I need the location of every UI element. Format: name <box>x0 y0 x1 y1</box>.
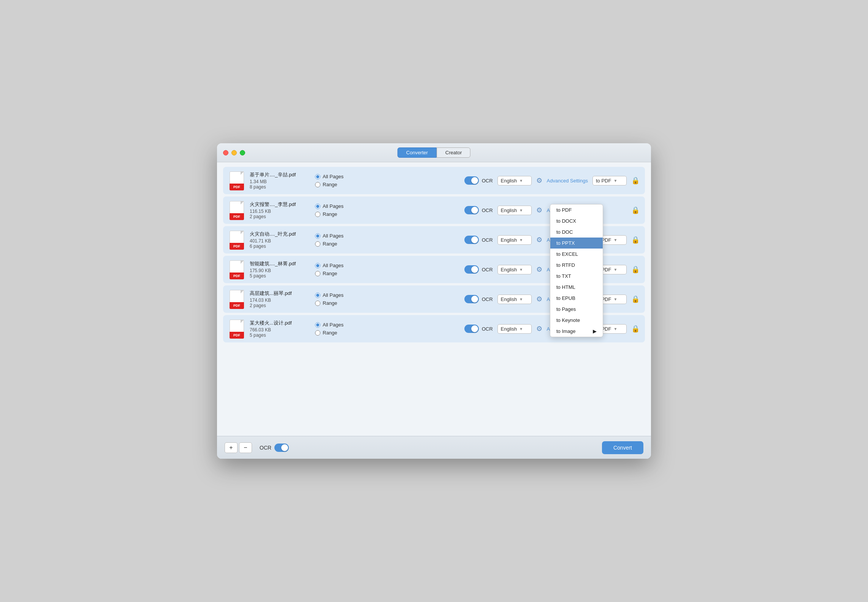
file-icon: PDF <box>228 260 245 279</box>
ocr-label: OCR <box>482 326 493 332</box>
dropdown-item-docx[interactable]: to DOCX <box>550 215 603 227</box>
file-info: 高层建筑...丽琴.pdf 174.03 KB 2 pages <box>250 290 310 308</box>
all-pages-option[interactable]: All Pages <box>315 263 357 268</box>
all-pages-option[interactable]: All Pages <box>315 233 357 239</box>
dropdown-item-html[interactable]: to HTML <box>550 282 603 293</box>
chevron-right-icon: ▶ <box>593 328 597 334</box>
all-pages-option[interactable]: All Pages <box>315 322 357 328</box>
dropdown-item-pdf[interactable]: to PDF <box>550 204 603 215</box>
bottom-ocr-section: OCR <box>260 444 289 452</box>
bottom-bar: + − OCR Convert <box>217 436 651 459</box>
remove-file-button[interactable]: − <box>239 442 252 453</box>
dropdown-item-excel[interactable]: to EXCEL <box>550 249 603 260</box>
lock-icon[interactable]: 🔒 <box>631 325 640 333</box>
lock-icon[interactable]: 🔒 <box>631 236 640 244</box>
dropdown-item-epub[interactable]: to EPUB <box>550 293 603 304</box>
dropdown-item-image[interactable]: to Image ▶ <box>550 326 603 337</box>
chevron-down-icon: ▼ <box>613 297 617 301</box>
chevron-down-icon: ▼ <box>613 268 617 272</box>
file-icon: PDF <box>228 319 245 339</box>
language-select[interactable]: English ▼ <box>497 295 532 304</box>
range-option[interactable]: Range <box>315 241 357 247</box>
close-button[interactable] <box>223 150 228 155</box>
file-icon: PDF <box>228 171 245 190</box>
lock-icon[interactable]: 🔒 <box>631 176 640 185</box>
dropdown-item-keynote[interactable]: to Keynote <box>550 315 603 326</box>
ocr-section: OCR <box>464 265 493 274</box>
gear-icon[interactable]: ⚙ <box>536 176 542 185</box>
dropdown-item-pages[interactable]: to Pages <box>550 304 603 315</box>
file-pages: 2 pages <box>250 214 310 219</box>
range-option[interactable]: Range <box>315 271 357 276</box>
all-pages-option[interactable]: All Pages <box>315 174 357 179</box>
dropdown-item-txt[interactable]: to TXT <box>550 271 603 282</box>
minimize-button[interactable] <box>231 150 237 155</box>
ocr-toggle[interactable] <box>464 295 479 303</box>
gear-icon[interactable]: ⚙ <box>536 265 542 274</box>
file-icon: PDF <box>228 200 245 220</box>
gear-icon[interactable]: ⚙ <box>536 295 542 303</box>
file-icon: PDF <box>228 230 245 250</box>
chevron-down-icon: ▼ <box>519 268 523 272</box>
file-name: 高层建筑...丽琴.pdf <box>250 290 310 297</box>
gear-icon[interactable]: ⚙ <box>536 236 542 244</box>
ocr-toggle[interactable] <box>464 236 479 244</box>
file-info: 某大楼火...设计.pdf 766.03 KB 5 pages <box>250 320 310 338</box>
pages-radio-group: All Pages Range <box>315 203 357 217</box>
chevron-down-icon: ▼ <box>519 179 523 183</box>
gear-icon[interactable]: ⚙ <box>536 325 542 333</box>
dropdown-item-rtfd[interactable]: to RTFD <box>550 260 603 271</box>
chevron-down-icon: ▼ <box>519 238 523 242</box>
language-select[interactable]: English ▼ <box>497 265 532 274</box>
language-select[interactable]: English ▼ <box>497 206 532 215</box>
dropdown-item-doc[interactable]: to DOC <box>550 227 603 238</box>
main-window: Converter Creator PDF 基于单片...._辛喆.pdf 1.… <box>217 143 651 459</box>
chevron-down-icon: ▼ <box>519 208 523 212</box>
add-remove-group: + − <box>225 442 252 453</box>
ocr-label: OCR <box>482 296 493 302</box>
lock-icon[interactable]: 🔒 <box>631 206 640 214</box>
ocr-toggle[interactable] <box>464 206 479 214</box>
all-pages-option[interactable]: All Pages <box>315 203 357 209</box>
tab-converter[interactable]: Converter <box>398 147 437 158</box>
ocr-toggle[interactable] <box>464 176 479 185</box>
add-file-button[interactable]: + <box>225 442 238 453</box>
file-size: 174.03 KB <box>250 298 310 303</box>
lock-icon[interactable]: 🔒 <box>631 265 640 274</box>
format-select[interactable]: to PDF ▼ <box>592 176 627 185</box>
chevron-down-icon: ▼ <box>519 297 523 301</box>
convert-button[interactable]: Convert <box>602 441 643 454</box>
ocr-toggle[interactable] <box>464 325 479 333</box>
file-size: 401.71 KB <box>250 238 310 244</box>
lock-icon[interactable]: 🔒 <box>631 295 640 303</box>
advanced-settings-label[interactable]: Advanced Settings <box>547 178 588 184</box>
all-pages-option[interactable]: All Pages <box>315 292 357 298</box>
language-select[interactable]: English ▼ <box>497 324 532 334</box>
pages-radio-group: All Pages Range <box>315 174 357 187</box>
maximize-button[interactable] <box>240 150 245 155</box>
language-select[interactable]: English ▼ <box>497 235 532 245</box>
table-row: PDF 基于单片...._辛喆.pdf 1.34 MB 8 pages All … <box>223 167 645 194</box>
dropdown-item-pptx[interactable]: to PPTX <box>550 238 603 249</box>
file-pages: 5 pages <box>250 273 310 279</box>
ocr-label: OCR <box>482 178 493 184</box>
file-pages: 6 pages <box>250 244 310 249</box>
gear-icon[interactable]: ⚙ <box>536 206 542 214</box>
tab-creator[interactable]: Creator <box>437 147 470 158</box>
pages-radio-group: All Pages Range <box>315 263 357 276</box>
range-option[interactable]: Range <box>315 182 357 187</box>
file-size: 766.03 KB <box>250 327 310 333</box>
chevron-down-icon: ▼ <box>613 238 617 242</box>
file-info: 基于单片...._辛喆.pdf 1.34 MB 8 pages <box>250 171 310 190</box>
range-option[interactable]: Range <box>315 300 357 306</box>
range-option[interactable]: Range <box>315 330 357 336</box>
pages-radio-group: All Pages Range <box>315 292 357 306</box>
chevron-down-icon: ▼ <box>613 327 617 331</box>
ocr-section: OCR <box>464 295 493 303</box>
file-name: 基于单片...._辛喆.pdf <box>250 171 310 178</box>
bottom-ocr-toggle[interactable] <box>274 444 289 452</box>
language-select[interactable]: English ▼ <box>497 176 532 185</box>
ocr-toggle[interactable] <box>464 265 479 274</box>
range-option[interactable]: Range <box>315 211 357 217</box>
ocr-section: OCR <box>464 325 493 333</box>
